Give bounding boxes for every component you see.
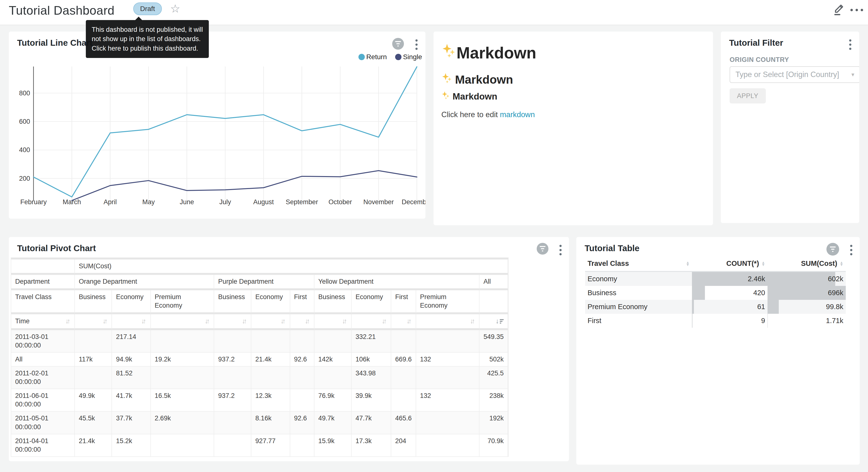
cross-filter-icon[interactable] [537,243,549,255]
pivot-value-cell [416,434,480,457]
favorite-star-icon[interactable]: ☆ [170,2,180,15]
pivot-group-header: Yellow Department [314,275,480,290]
pivot-time-cell: 2011-05-01 00:00:00 [11,412,75,434]
pivot-value-cell: 19.2k [151,353,214,366]
col-header-travel-class[interactable]: Travel Class▲▼ [585,256,692,272]
sort-icon[interactable]: ↓↑ [281,317,286,325]
draft-status-badge[interactable]: Draft [133,2,162,15]
pivot-time-cell: All [11,353,75,366]
tooltip-line: not show up in the list of dashboards. [92,34,203,43]
pivot-value-cell [314,330,351,353]
sort-caret-icon[interactable]: ▲▼ [762,261,765,266]
sort-caret-icon[interactable]: ▲▼ [686,261,689,266]
pivot-sort-cell: ↓↑ [314,314,351,330]
pivot-value-cell: 549.35 [479,330,508,353]
pivot-value-cell: 8.16k [251,412,290,434]
pivot-time-cell: 2011-04-01 00:00:00 [11,434,75,457]
pivot-group-header: All [479,275,508,290]
travel-class-cell: Economy [585,272,692,286]
pivot-value-cell: 238k [479,389,508,412]
svg-text:June: June [180,198,194,206]
count-cell: 61 [692,300,768,314]
pivot-table: SUM(Cost)DepartmentOrange DepartmentPurp… [11,258,508,457]
pivot-sort-cell: ↓↑ [75,314,112,330]
travel-class-cell: Business [585,286,692,300]
pivot-row: 2011-06-01 00:00:0049.9k41.7k16.5k937.21… [11,389,508,412]
pivot-class-header: Premium Economy [151,290,214,314]
markdown-edit-link[interactable]: markdown [500,110,535,119]
pivot-value-cell: 669.6 [391,353,416,366]
table-row: First91.71k [585,314,846,328]
pivot-value-cell [416,412,480,434]
sort-icon[interactable]: ↓↑ [407,317,412,325]
travel-class-cell: Premium Economy [585,300,692,314]
col-header-count[interactable]: COUNT(*)▲▼ [692,256,768,272]
apply-button[interactable]: APPLY [730,88,766,104]
pivot-value-cell: 937.2 [214,353,251,366]
travel-class-cell: First [585,314,692,328]
pivot-value-cell: 92.6 [290,353,314,366]
sparkles-icon [441,91,450,102]
sort-icon[interactable]: ↓↑ [102,317,107,325]
svg-text:October: October [329,198,352,206]
pivot-class-header: Premium Economy [416,290,480,314]
pivot-sort-cell: ↓↑ [251,314,290,330]
series-line-single [72,171,417,201]
pivot-chart-panel: Tutorial Pivot Chart SUM(Cost)Department… [9,237,569,461]
pivot-group-header: Orange Department [75,275,214,290]
pivot-value-cell: 21.4k [75,434,112,457]
sparkles-icon [441,72,453,87]
sparkles-icon [441,43,457,62]
pivot-kebab-menu-icon[interactable] [558,244,563,256]
pivot-class-header: Business [75,290,112,314]
pencil-icon [832,2,846,17]
count-bar [692,300,694,314]
markdown-panel: Markdown Markdown Markdown Click here to… [434,32,713,225]
sort-icon[interactable]: ↓↑ [342,317,347,325]
table-row: Economy2.46k602k [585,272,846,286]
sum-cell: 99.8k [768,300,846,314]
pivot-row: 2011-03-01 00:00:00217.14332.21549.35 [11,330,508,353]
markdown-paragraph: Click here to edit markdown [441,110,535,119]
line-chart-plot: 200400600800FebruaryMarchAprilMayJuneJul… [9,32,426,218]
pivot-row: 2011-04-01 00:00:0021.4k15.2k927.7715.9k… [11,434,508,457]
edit-dashboard-button[interactable] [832,2,846,17]
sort-icon[interactable]: ↓↑ [205,317,210,325]
pivot-sort-cell: ↓↑ [351,314,391,330]
origin-country-select[interactable]: Type or Select [Origin Country] ▾ [730,66,859,83]
pivot-value-cell: 70.9k [479,434,508,457]
svg-text:600: 600 [19,118,30,125]
count-cell: 420 [692,286,768,300]
results-table: Travel Class▲▼COUNT(*)▲▼SUM(Cost)▲▼Econo… [585,256,846,328]
filter-kebab-menu-icon[interactable] [848,38,852,51]
sort-icon[interactable]: ↓↑ [382,317,387,325]
pivot-row: 2011-02-01 00:00:0081.52343.98425.5 [11,366,508,389]
col-header-sum-cost[interactable]: SUM(Cost)▲▼ [768,256,846,272]
sort-icon[interactable]: ↓↑ [242,317,247,325]
svg-text:September: September [286,198,318,206]
pivot-value-cell: 927.77 [251,434,290,457]
sort-icon[interactable]: ↓↑ [305,317,310,325]
select-placeholder: Type or Select [Origin Country] [736,70,851,79]
count-cell: 9 [692,314,768,328]
ellipsis-menu-icon[interactable] [850,9,863,11]
cross-filter-icon[interactable] [827,243,839,256]
sort-icon[interactable]: ↓↑ [65,317,70,325]
sort-icon[interactable]: ↓↑ [141,317,147,325]
pivot-metric-header: SUM(Cost) [75,260,508,275]
count-bar [692,314,692,328]
chevron-down-icon: ▾ [851,71,854,78]
sort-caret-icon[interactable]: ▲▼ [840,261,843,266]
sort-desc-icon[interactable]: ↓ [496,317,504,325]
pivot-time-cell: 2011-06-01 00:00:00 [11,389,75,412]
svg-text:February: February [20,198,47,206]
pivot-class-header: Economy [112,290,151,314]
table-kebab-menu-icon[interactable] [849,244,853,256]
markdown-h3: Markdown [441,91,497,102]
pivot-value-cell: 343.98 [351,366,391,389]
pivot-value-cell: 45.5k [75,412,112,434]
count-cell: 2.46k [692,272,768,286]
pivot-value-cell [151,330,214,353]
pivot-sort-cell: ↓↑ [112,314,151,330]
sort-icon[interactable]: ↓↑ [470,317,475,325]
